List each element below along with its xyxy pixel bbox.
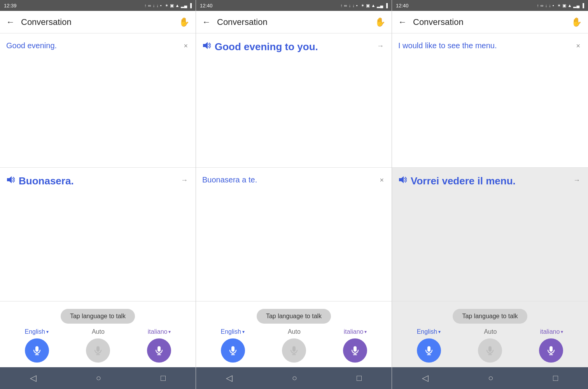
lang-right-chevron-2: ▾ bbox=[364, 329, 367, 335]
hand-icon-3[interactable]: ✋ bbox=[571, 17, 582, 27]
bluetooth-icon: ✶ bbox=[165, 3, 168, 8]
svg-rect-17 bbox=[354, 346, 357, 352]
app-bar-3: ← Conversation ✋ bbox=[392, 11, 588, 33]
bottom-controls-3: Tap language to talk English ▾ Auto ital… bbox=[392, 301, 588, 367]
lang-right-label-3: italiano bbox=[540, 328, 560, 335]
battery-icon: ▐ bbox=[385, 3, 388, 8]
nav-back-icon-2[interactable]: ◁ bbox=[226, 373, 233, 383]
mic-left-btn-1[interactable] bbox=[25, 338, 49, 363]
wifi-icon: ▲ bbox=[371, 3, 376, 8]
download-icon: ↓ bbox=[545, 3, 548, 8]
svg-rect-4 bbox=[96, 346, 100, 352]
speaker-icon-bottom-1[interactable] bbox=[6, 175, 15, 186]
phone-panel-2: 12:40 ↑ ∞ ↓ ↓ • ✶ ▣ ▲ ▂▄ ▐ ← Conversatio… bbox=[196, 0, 392, 389]
nav-recent-icon-1[interactable]: □ bbox=[161, 373, 166, 383]
svg-marker-10 bbox=[203, 42, 208, 49]
nav-recent-icon-2[interactable]: □ bbox=[357, 373, 362, 383]
app-title-3: Conversation bbox=[413, 17, 571, 27]
nav-home-icon-2[interactable]: ○ bbox=[292, 373, 297, 383]
lang-left-btn-2[interactable]: English ▾ bbox=[220, 328, 244, 335]
back-button-1[interactable]: ← bbox=[6, 17, 15, 27]
nav-home-icon-1[interactable]: ○ bbox=[96, 373, 101, 383]
upload-icon: ↑ bbox=[144, 3, 147, 8]
mic-left-btn-2[interactable] bbox=[221, 338, 245, 363]
translation-top-1: Good evening. × bbox=[0, 33, 196, 168]
upload-icon: ↑ bbox=[537, 3, 539, 8]
translation-bottom-text-1: Buonasera. bbox=[19, 175, 176, 188]
app-bar-1: ← Conversation ✋ bbox=[0, 11, 196, 33]
hand-icon-1[interactable]: ✋ bbox=[179, 17, 189, 27]
back-button-2[interactable]: ← bbox=[202, 17, 211, 27]
mic-auto-btn-3[interactable] bbox=[478, 338, 502, 363]
mic-auto-btn-1[interactable] bbox=[86, 338, 110, 363]
lang-right-btn-1[interactable]: italiano ▾ bbox=[148, 328, 171, 335]
lang-right-label-2: italiano bbox=[344, 328, 364, 335]
download-icon: ↓ bbox=[349, 3, 351, 8]
nav-bar-2: ◁ ○ □ bbox=[196, 367, 392, 389]
download2-icon: ↓ bbox=[549, 3, 551, 8]
upload-icon: ↑ bbox=[340, 3, 343, 8]
hand-icon-2[interactable]: ✋ bbox=[375, 17, 385, 27]
mic-right-btn-3[interactable] bbox=[539, 338, 563, 363]
content-area-1: Good evening. × Buonasera. → bbox=[0, 33, 196, 301]
bottom-controls-1: Tap language to talk English ▾ Auto ital… bbox=[0, 301, 196, 367]
tap-language-bubble-3: Tap language to talk bbox=[453, 309, 527, 324]
lang-right-btn-2[interactable]: italiano ▾ bbox=[344, 328, 367, 335]
lang-left-label-1: English bbox=[24, 328, 45, 335]
mic-right-btn-1[interactable] bbox=[147, 338, 171, 363]
dot-icon: • bbox=[553, 3, 554, 8]
back-button-3[interactable]: ← bbox=[398, 17, 407, 27]
status-time-2: 12:40 bbox=[200, 3, 213, 9]
bottom-controls-2: Tap language to talk English ▾ Auto ital… bbox=[196, 301, 392, 367]
translation-top-row-1: Good evening. × bbox=[6, 40, 189, 52]
translation-bottom-row-3: Vorrei vedere il menu. → bbox=[398, 175, 582, 188]
vibrate-icon: ▣ bbox=[366, 3, 370, 8]
dot-icon: • bbox=[160, 3, 162, 8]
svg-rect-24 bbox=[488, 346, 492, 352]
translation-bottom-2: Buonasera a te. × bbox=[196, 168, 392, 301]
bluetooth-icon: ✶ bbox=[557, 3, 561, 8]
lang-left-btn-1[interactable]: English ▾ bbox=[24, 328, 48, 335]
vibrate-icon: ▣ bbox=[562, 3, 566, 8]
translation-bottom-row-1: Buonasera. → bbox=[6, 175, 189, 188]
battery-icon: ▐ bbox=[581, 3, 584, 8]
top-action-icon-3[interactable]: × bbox=[574, 40, 582, 52]
nav-back-icon-3[interactable]: ◁ bbox=[422, 373, 429, 383]
bottom-action-icon-2[interactable]: × bbox=[378, 175, 385, 186]
speaker-icon-bottom-3[interactable] bbox=[398, 175, 407, 186]
svg-marker-0 bbox=[7, 176, 12, 183]
translation-top-text-1: Good evening. bbox=[6, 40, 179, 51]
translation-top-text-3: I would like to see the menu. bbox=[398, 40, 571, 51]
download-icon: ↓ bbox=[153, 3, 155, 8]
top-action-icon-1[interactable]: × bbox=[182, 40, 189, 52]
vibrate-icon: ▣ bbox=[170, 3, 174, 8]
translation-bottom-1: Buonasera. → bbox=[0, 168, 196, 301]
nav-home-icon-3[interactable]: ○ bbox=[488, 373, 493, 383]
mic-right-btn-2[interactable] bbox=[343, 338, 367, 363]
translation-bottom-row-2: Buonasera a te. × bbox=[202, 175, 385, 186]
status-icons-1: ↑ ∞ ↓ ↓ • ✶ ▣ ▲ ▂▄ ▐ bbox=[144, 3, 192, 8]
signal-icon: ▂▄ bbox=[573, 3, 579, 8]
top-action-icon-2[interactable]: → bbox=[375, 40, 385, 52]
bottom-action-icon-3[interactable]: → bbox=[572, 175, 582, 186]
lang-left-chevron-2: ▾ bbox=[242, 329, 245, 335]
nav-bar-1: ◁ ○ □ bbox=[0, 367, 196, 389]
app-title-2: Conversation bbox=[217, 17, 375, 27]
lang-left-btn-3[interactable]: English ▾ bbox=[417, 328, 441, 335]
phone-panel-3: 12:40 ↑ ∞ ↓ ↓ • ✶ ▣ ▲ ▂▄ ▐ ← Conversatio… bbox=[392, 0, 588, 389]
lang-right-btn-3[interactable]: italiano ▾ bbox=[540, 328, 564, 335]
status-bar-3: 12:40 ↑ ∞ ↓ ↓ • ✶ ▣ ▲ ▂▄ ▐ bbox=[392, 0, 588, 11]
nav-back-icon-1[interactable]: ◁ bbox=[30, 373, 37, 383]
app-title-1: Conversation bbox=[21, 17, 179, 27]
nav-bar-3: ◁ ○ □ bbox=[392, 367, 588, 389]
speaker-icon-top-2[interactable] bbox=[202, 41, 211, 52]
translation-top-row-2: Good evening to you. → bbox=[202, 40, 385, 54]
mic-left-btn-3[interactable] bbox=[417, 338, 441, 363]
wifi-icon: ▲ bbox=[175, 3, 180, 8]
language-row-2: English ▾ Auto italiano ▾ bbox=[196, 328, 392, 335]
nav-recent-icon-3[interactable]: □ bbox=[553, 373, 558, 383]
svg-rect-27 bbox=[550, 346, 553, 352]
mic-auto-btn-2[interactable] bbox=[282, 338, 306, 363]
bottom-action-icon-1[interactable]: → bbox=[179, 175, 189, 186]
battery-icon: ▐ bbox=[189, 3, 192, 8]
